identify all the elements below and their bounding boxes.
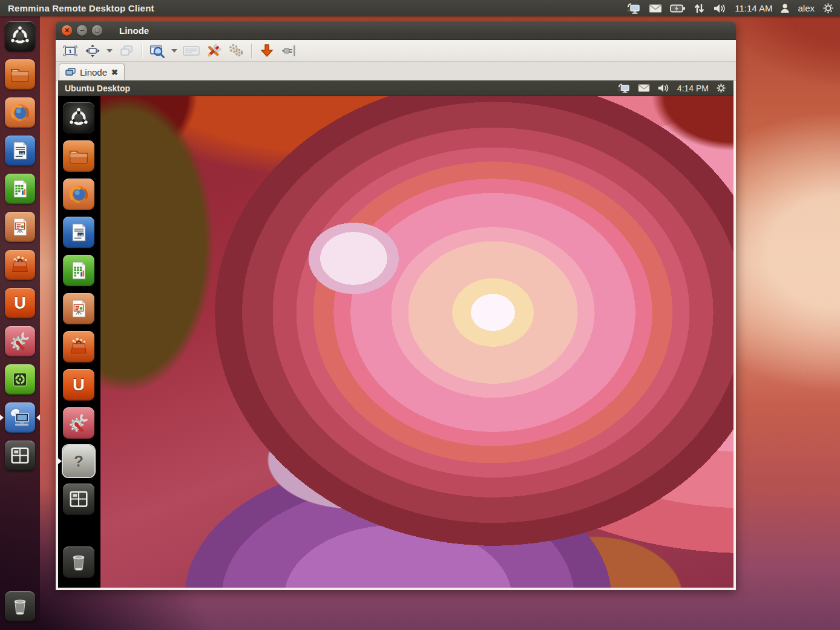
launcher-item-trash[interactable] (58, 546, 100, 578)
ubuntu-one-icon: U (63, 369, 94, 401)
tab-label: Linode (80, 67, 107, 77)
close-window-button[interactable]: ✕ (62, 25, 72, 36)
session-gear-icon[interactable] (822, 2, 834, 14)
launcher-item-ubuntu-dash[interactable] (58, 102, 100, 134)
remote-panel-title: Ubuntu Desktop (65, 84, 130, 93)
remote-clock[interactable]: 4:14 PM (677, 84, 709, 93)
disconnect-plug-button[interactable] (280, 42, 299, 59)
preferences-button[interactable] (204, 42, 223, 59)
user-icon[interactable] (780, 3, 790, 13)
trash-icon (5, 591, 35, 622)
tools-gears-button[interactable] (226, 42, 246, 59)
launcher-item-settings[interactable] (0, 326, 40, 356)
settings-icon (5, 326, 35, 356)
session-gear-icon[interactable] (716, 83, 726, 93)
impress-icon (5, 212, 35, 242)
launcher-item-settings[interactable] (58, 407, 100, 439)
ubuntu-dash-icon (63, 102, 94, 134)
launcher-item-software-center[interactable] (58, 331, 100, 363)
launcher-item-help-window[interactable]: ? (58, 445, 100, 477)
launcher-item-files[interactable] (58, 140, 100, 172)
focused-indicator (36, 415, 40, 421)
scaled-dropdown-button[interactable] (170, 42, 179, 59)
launcher-item-software-center[interactable] (0, 250, 40, 280)
launcher-item-firefox[interactable] (58, 179, 100, 210)
tab-linode[interactable]: Linode ✖ (59, 64, 125, 80)
firefox-icon (63, 179, 94, 210)
launcher-item-update-manager[interactable] (0, 364, 40, 395)
scaled-mode-button[interactable] (148, 42, 167, 59)
launcher-item-ubuntu-dash[interactable] (0, 21, 40, 51)
minimize-window-button[interactable]: – (77, 25, 87, 36)
mail-indicator-icon[interactable] (649, 4, 662, 13)
launcher-item-impress[interactable] (58, 293, 100, 324)
launcher-item-writer[interactable] (0, 136, 40, 166)
writer-icon (63, 217, 94, 248)
window-titlebar[interactable]: ✕ – □ Linode (56, 22, 736, 40)
firefox-icon (5, 97, 35, 128)
grab-keyboard-button[interactable] (182, 42, 201, 59)
launcher-item-workspace[interactable] (0, 441, 40, 471)
volume-indicator-icon[interactable] (657, 83, 670, 93)
remmina-window: ✕ – □ Linode 1 (56, 22, 736, 590)
toolbar-separator (142, 44, 142, 58)
remote-tray: 4:14 PM (617, 83, 726, 94)
launcher-item-remmina[interactable] (0, 402, 40, 433)
impress-icon (63, 293, 94, 324)
maximize-window-button[interactable]: □ (92, 25, 102, 36)
switch-tabs-button[interactable] (117, 42, 136, 59)
launcher-item-trash[interactable] (0, 591, 40, 622)
toolbar-separator (251, 44, 252, 58)
software-center-icon (5, 250, 35, 280)
launcher-item-ubuntu-one[interactable]: U (58, 369, 100, 401)
running-indicator (0, 415, 4, 421)
help-window-icon: ? (63, 445, 94, 477)
host-tray: 11:14 AM alex (626, 2, 834, 15)
launcher-item-firefox[interactable] (0, 97, 40, 128)
ubuntu-one-icon: U (5, 288, 35, 318)
writer-icon (5, 136, 35, 166)
svg-text:1: 1 (68, 48, 71, 54)
username-label[interactable]: alex (798, 3, 815, 13)
calc-icon (5, 174, 35, 204)
remote-unity-launcher: U? (58, 96, 100, 588)
host-top-panel: Remmina Remote Desktop Client 11:14 AM a… (0, 0, 840, 16)
remote-desktop-indicator-icon[interactable] (617, 83, 631, 94)
host-panel-title: Remmina Remote Desktop Client (8, 3, 154, 13)
ubuntu-dash-icon (5, 21, 35, 51)
launcher-item-writer[interactable] (58, 217, 100, 248)
remmina-toolbar: 1 (56, 40, 736, 62)
launcher-item-impress[interactable] (0, 212, 40, 242)
fullscreen-dropdown-button[interactable] (105, 42, 114, 59)
window-buttons: ✕ – □ (62, 25, 102, 36)
calc-icon (63, 255, 94, 286)
host-clock[interactable]: 11:14 AM (735, 3, 772, 13)
fit-window-button[interactable]: 1 (61, 42, 80, 59)
window-title: Linode (119, 25, 149, 36)
launcher-item-calc[interactable] (58, 255, 100, 286)
launcher-item-ubuntu-one[interactable]: U (0, 288, 40, 318)
volume-indicator-icon[interactable] (713, 3, 727, 14)
workspace-icon (5, 441, 35, 471)
remote-desktop-body: U? (58, 96, 733, 588)
remote-wallpaper[interactable] (100, 96, 733, 588)
files-icon (63, 140, 94, 172)
remote-desktop-indicator-icon[interactable] (626, 2, 641, 15)
launcher-item-calc[interactable] (0, 174, 40, 204)
tab-monitor-icon (65, 68, 76, 76)
settings-icon (63, 407, 94, 439)
battery-indicator-icon[interactable] (670, 4, 686, 13)
trash-icon (63, 546, 94, 578)
remote-top-panel: Ubuntu Desktop 4:14 PM (58, 80, 733, 96)
minimize-arrow-button[interactable] (257, 42, 277, 59)
fullscreen-button[interactable] (83, 42, 102, 59)
mail-indicator-icon[interactable] (638, 84, 650, 93)
launcher-item-files[interactable] (0, 59, 40, 90)
tab-close-icon[interactable]: ✖ (111, 68, 118, 76)
update-manager-icon (5, 364, 35, 395)
remote-viewport: Ubuntu Desktop 4:14 PM U? (56, 80, 736, 590)
network-arrows-icon[interactable] (694, 3, 705, 14)
running-indicator (58, 458, 62, 464)
host-unity-launcher: U (0, 16, 40, 630)
launcher-item-workspace[interactable] (58, 484, 100, 515)
